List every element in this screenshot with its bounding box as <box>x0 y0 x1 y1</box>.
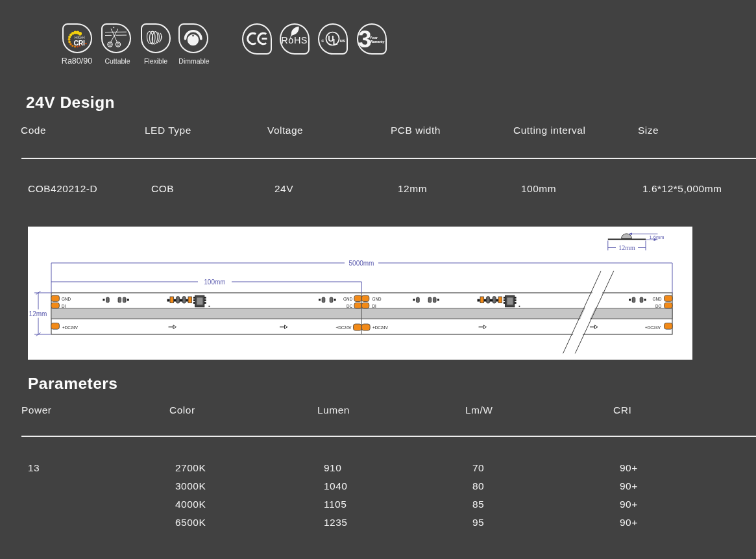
svg-text:c: c <box>321 38 324 43</box>
svg-text:us: us <box>340 38 345 43</box>
svg-text:5000mm: 5000mm <box>349 260 374 267</box>
svg-text:100mm: 100mm <box>204 279 225 286</box>
svg-text:GND: GND <box>653 297 662 301</box>
svg-text:RoHS: RoHS <box>281 35 308 45</box>
svg-text:Warranty: Warranty <box>370 40 385 43</box>
svg-text:+DC24V: +DC24V <box>645 325 661 330</box>
svg-text:+DC24V: +DC24V <box>62 325 79 330</box>
svg-text:+DC24V: +DC24V <box>372 325 389 330</box>
svg-text:DI: DI <box>372 304 377 308</box>
svg-text:L: L <box>333 38 338 47</box>
svg-text:1.6mm: 1.6mm <box>650 234 665 240</box>
svg-text:DI: DI <box>62 304 66 308</box>
svg-text:DC: DC <box>347 304 353 308</box>
svg-text:12mm: 12mm <box>29 310 47 317</box>
svg-text:GND: GND <box>62 297 71 301</box>
svg-text:Year: Year <box>370 36 378 40</box>
svg-text:GND: GND <box>343 297 352 301</box>
svg-text:+DC24V: +DC24V <box>336 325 352 330</box>
svg-text:DO: DO <box>655 304 662 308</box>
svg-text:GND: GND <box>372 297 382 301</box>
svg-text:12mm: 12mm <box>618 244 635 251</box>
svg-text:CRI: CRI <box>73 39 85 47</box>
